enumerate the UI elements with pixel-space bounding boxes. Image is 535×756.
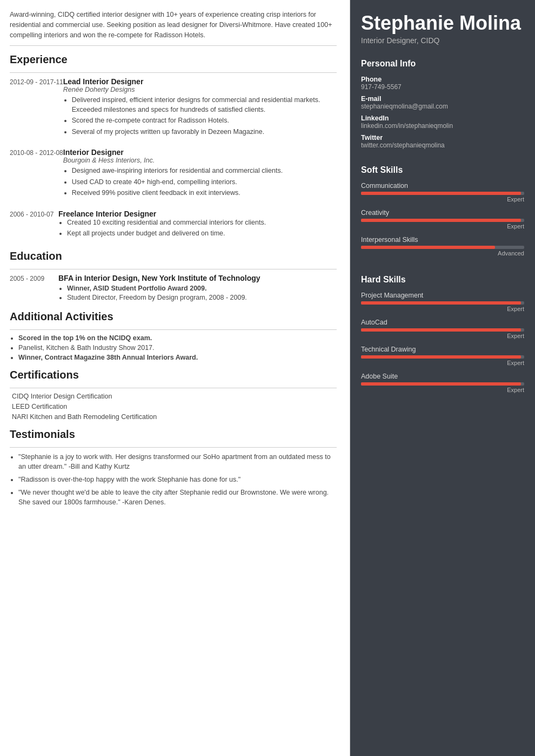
info-label: E-mail: [361, 95, 524, 103]
certification-item: CIDQ Interior Design Certification: [12, 393, 337, 400]
edu-bullets: Winner, ASID Student Portfolio Award 200…: [58, 285, 337, 301]
experience-item: 2012-09 - 2017-11Lead Interior DesignerR…: [10, 77, 337, 138]
certification-item: NARI Kitchen and Bath Remodeling Certifi…: [12, 413, 337, 421]
personal-info-field: E-mailstephanieqmolina@gmail.com: [361, 95, 524, 110]
testimonial-item: "Stephanie is a joy to work with. Her de…: [18, 452, 337, 471]
skill-bar-fill: [361, 328, 521, 332]
exp-bullets: Delivered inspired, efficient interior d…: [63, 96, 337, 137]
hard-skills-section: Hard Skills Project ManagementExpertAuto…: [350, 268, 535, 405]
exp-bullet: Received 99% positive client feedback in…: [72, 188, 337, 198]
skill-bar-fill: [361, 192, 521, 195]
skill-bar-background: [361, 328, 524, 332]
exp-bullet: Delivered inspired, efficient interior d…: [72, 96, 337, 114]
exp-bullet: Scored the re-compete contract for Radis…: [72, 116, 337, 126]
personal-info-container: Phone917-749-5567E-mailstephanieqmolina@…: [361, 76, 524, 149]
skill-row: Project ManagementExpert: [361, 292, 524, 312]
edu-bullet: Student Director, Freedom by Design prog…: [67, 294, 337, 301]
soft-skills-section: Soft Skills CommunicationExpertCreativit…: [350, 159, 535, 268]
exp-date: 2012-09 - 2017-11: [10, 77, 63, 138]
testimonial-item: "Radisson is over-the-top happy with the…: [18, 475, 337, 484]
activity-bullet: Winner, Contract Magazine 38th Annual In…: [18, 354, 337, 361]
skill-bar-background: [361, 382, 524, 386]
edu-bullet: Winner, ASID Student Portfolio Award 200…: [67, 285, 337, 292]
skill-bar-fill: [361, 246, 495, 249]
experience-section-title: Experience: [10, 53, 337, 68]
soft-skills-container: CommunicationExpertCreativityExpertInter…: [361, 182, 524, 256]
certifications-section-title: Certifications: [10, 369, 337, 383]
skill-row: CreativityExpert: [361, 209, 524, 230]
info-label: Phone: [361, 76, 524, 83]
skill-name: AutoCad: [361, 319, 524, 326]
personal-info-field: LinkedInlinkedin.com/in/stephanieqmolin: [361, 114, 524, 130]
edu-date: 2005 - 2009: [10, 274, 58, 303]
right-column: Stephanie Molina Interior Designer, CIDQ…: [350, 0, 535, 756]
experience-item: 2010-08 - 2012-08Interior DesignerBourgo…: [10, 148, 337, 200]
skill-level: Advanced: [361, 250, 524, 256]
exp-company: Renée Doherty Designs: [63, 86, 337, 93]
summary-text: Award-winning, CIDQ certified interior d…: [10, 10, 337, 46]
exp-title: Interior Designer: [63, 148, 337, 157]
testimonial-item: "We never thought we'd be able to leave …: [18, 488, 337, 507]
exp-bullet: Designed awe-inspiring interiors for res…: [72, 166, 337, 176]
hard-skills-container: Project ManagementExpertAutoCadExpertTec…: [361, 292, 524, 393]
right-header: Stephanie Molina Interior Designer, CIDQ: [350, 0, 535, 52]
skill-bar-background: [361, 219, 524, 222]
candidate-name: Stephanie Molina: [361, 12, 524, 34]
experience-container: 2012-09 - 2017-11Lead Interior DesignerR…: [10, 77, 337, 240]
exp-bullets: Designed awe-inspiring interiors for res…: [63, 166, 337, 198]
skill-level: Expert: [361, 387, 524, 393]
certifications-list: CIDQ Interior Design CertificationLEED C…: [10, 393, 337, 421]
testimonials-list: "Stephanie is a joy to work with. Her de…: [10, 452, 337, 508]
skill-level: Expert: [361, 306, 524, 312]
candidate-subtitle: Interior Designer, CIDQ: [361, 36, 524, 45]
skill-bar-fill: [361, 355, 521, 359]
exp-title: Freelance Interior Designer: [58, 210, 337, 218]
left-column: Award-winning, CIDQ certified interior d…: [0, 0, 350, 756]
skill-bar-fill: [361, 382, 521, 386]
info-value: 917-749-5567: [361, 83, 524, 91]
skill-bar-background: [361, 192, 524, 195]
skill-row: Technical DrawingExpert: [361, 346, 524, 366]
exp-bullet: Created 10 exciting residential and comm…: [67, 218, 337, 228]
hard-skills-title: Hard Skills: [361, 275, 524, 286]
experience-item: 2006 - 2010-07Freelance Interior Designe…: [10, 210, 337, 240]
skill-name: Communication: [361, 182, 524, 190]
info-label: LinkedIn: [361, 114, 524, 122]
info-label: Twitter: [361, 134, 524, 141]
testimonials-section-title: Testimonials: [10, 428, 337, 443]
education-section-title: Education: [10, 250, 337, 265]
activity-bullet: Panelist, Kitchen & Bath Industry Show 2…: [18, 344, 337, 352]
exp-date: 2006 - 2010-07: [10, 210, 58, 240]
info-value: stephanieqmolina@gmail.com: [361, 103, 524, 110]
info-value: linkedin.com/in/stephanieqmolin: [361, 122, 524, 130]
skill-level: Expert: [361, 196, 524, 202]
skill-row: AutoCadExpert: [361, 319, 524, 339]
edu-title: BFA in Interior Design, New York Institu…: [58, 274, 337, 282]
skill-level: Expert: [361, 333, 524, 339]
exp-title: Lead Interior Designer: [63, 77, 337, 86]
exp-company: Bourgoin & Hess Interiors, Inc.: [63, 157, 337, 164]
skill-bar-background: [361, 246, 524, 249]
exp-bullet: Used CAD to create 40+ high-end, compell…: [72, 178, 337, 187]
soft-skills-title: Soft Skills: [361, 165, 524, 177]
exp-bullet: Kept all projects under budget and deliv…: [67, 229, 337, 239]
personal-info-section: Personal Info Phone917-749-5567E-mailste…: [350, 52, 535, 159]
skill-name: Adobe Suite: [361, 373, 524, 380]
skill-row: Adobe SuiteExpert: [361, 373, 524, 393]
personal-info-title: Personal Info: [361, 59, 524, 70]
skill-level: Expert: [361, 360, 524, 366]
education-container: 2005 - 2009BFA in Interior Design, New Y…: [10, 274, 337, 303]
additional-section-title: Additional Activities: [10, 310, 337, 325]
skill-row: CommunicationExpert: [361, 182, 524, 202]
skill-name: Interpersonal Skills: [361, 236, 524, 244]
additional-activities-list: Scored in the top 1% on the NCIDQ exam.P…: [10, 334, 337, 361]
info-value: twitter.com/stephanieqmolina: [361, 141, 524, 149]
skill-row: Interpersonal SkillsAdvanced: [361, 236, 524, 256]
education-item: 2005 - 2009BFA in Interior Design, New Y…: [10, 274, 337, 303]
exp-bullets: Created 10 exciting residential and comm…: [58, 218, 337, 239]
certification-item: LEED Certification: [12, 403, 337, 410]
skill-name: Creativity: [361, 209, 524, 217]
skill-name: Project Management: [361, 292, 524, 299]
skill-bar-fill: [361, 301, 521, 305]
exp-date: 2010-08 - 2012-08: [10, 148, 63, 200]
